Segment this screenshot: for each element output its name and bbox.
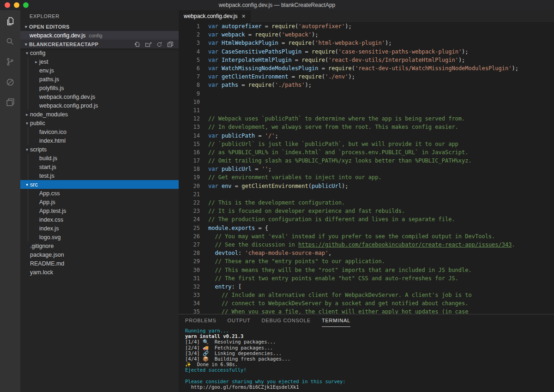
- tree-item-README.md[interactable]: README.md: [20, 259, 179, 268]
- line-number: 19: [179, 174, 200, 181]
- line-number: 21: [179, 191, 200, 198]
- line-number: 32: [179, 283, 200, 290]
- explorer-actions: [134, 41, 174, 48]
- tree-item-start.js[interactable]: start.js: [20, 163, 179, 171]
- tree-item-App.js[interactable]: App.js: [20, 198, 179, 206]
- tree-item-src[interactable]: ▾src: [20, 180, 179, 189]
- activity-extensions[interactable]: [0, 92, 20, 113]
- new-folder-icon[interactable]: [145, 41, 152, 48]
- activity-search[interactable]: [0, 31, 20, 52]
- window-controls: [5, 0, 29, 10]
- tree-item-paths.js[interactable]: paths.js: [20, 75, 179, 84]
- code-line-8: 8var paths = require('./paths');: [179, 81, 554, 89]
- vscode-window: webpack.config.dev.js — blankCreateReact…: [0, 0, 554, 392]
- tree-item-config[interactable]: ▾config: [20, 48, 179, 57]
- code-line-11: 11: [179, 106, 554, 115]
- chevron-down-icon: ▾: [23, 42, 29, 47]
- tree-item-index.html[interactable]: index.html: [20, 136, 179, 145]
- zoom-window-button[interactable]: [23, 2, 29, 8]
- tree-item-index.js[interactable]: index.js: [20, 224, 179, 233]
- tree-item-App.test.js[interactable]: App.test.js: [20, 206, 179, 215]
- tree-item-polyfills.js[interactable]: polyfills.js: [20, 84, 179, 92]
- code-editor[interactable]: 1var autoprefixer = require('autoprefixe…: [179, 22, 554, 314]
- tree-item-webpack.config.dev.js[interactable]: webpack.config.dev.js: [20, 92, 179, 101]
- new-file-icon[interactable]: [134, 41, 141, 48]
- line-number: 16: [179, 149, 200, 156]
- code-line-19: 19// Get environment variables to inject…: [179, 173, 554, 181]
- tree-item-build.js[interactable]: build.js: [20, 154, 179, 163]
- open-editors-label: OPEN EDITORS: [29, 24, 70, 30]
- terminal-output[interactable]: Running yarn...yarn install v0.21.3[1/4]…: [179, 327, 554, 392]
- activity-explorer[interactable]: [0, 11, 20, 31]
- line-number: 25: [179, 225, 200, 231]
- open-editor-file-label: webpack.config.dev.js: [30, 32, 85, 39]
- code-line-16: 16// as %PUBLIC_URL% in `index.html` and…: [179, 148, 554, 157]
- code-line-13: 13// In development, we always serve fro…: [179, 123, 554, 131]
- activity-source-control[interactable]: [0, 52, 20, 72]
- terminal-line: [1/4] 🔍 Resolving packages...: [185, 339, 554, 344]
- tree-item-label: start.js: [39, 164, 56, 170]
- terminal-line: [3/4] 🔗 Linking dependencies...: [185, 350, 554, 356]
- source-control-icon: [5, 57, 15, 67]
- tree-item-label: public: [30, 120, 45, 127]
- tab-webpack-config-dev-js[interactable]: webpack.config.dev.js ×: [179, 10, 251, 22]
- tree-item-scripts[interactable]: ▾scripts: [20, 145, 179, 154]
- code-line-21: 21: [179, 190, 554, 199]
- terminal-line: Running yarn...: [185, 328, 554, 333]
- tree-item-webpack.config.prod.js[interactable]: webpack.config.prod.js: [20, 101, 179, 110]
- tree-item-package.json[interactable]: package.json: [20, 250, 179, 259]
- extensions-icon: [5, 97, 15, 108]
- close-window-button[interactable]: [5, 2, 10, 8]
- minimize-window-button[interactable]: [14, 2, 19, 8]
- line-number: 3: [179, 40, 200, 46]
- tree-item-label: scripts: [30, 146, 47, 153]
- panel-tab-terminal[interactable]: TERMINAL: [322, 314, 350, 327]
- line-number: 13: [179, 124, 200, 130]
- collapse-all-icon[interactable]: [167, 41, 174, 48]
- tree-item-label: index.js: [39, 225, 59, 232]
- tree-item-index.css[interactable]: index.css: [20, 215, 179, 224]
- line-number: 14: [179, 133, 200, 139]
- tree-item-jest[interactable]: ▸jest: [20, 57, 179, 66]
- line-number: 29: [179, 258, 200, 265]
- tree-item-env.js[interactable]: env.js: [20, 66, 179, 75]
- line-number: 34: [179, 300, 200, 307]
- close-icon[interactable]: ×: [242, 13, 246, 19]
- open-editor-item[interactable]: webpack.config.dev.js config: [20, 31, 179, 40]
- line-number: 4: [179, 48, 200, 55]
- open-editors-header[interactable]: ▾ OPEN EDITORS: [20, 22, 179, 31]
- tree-item-label: README.md: [30, 260, 64, 267]
- tree-item-test.js[interactable]: test.js: [20, 171, 179, 180]
- line-number: 30: [179, 267, 200, 273]
- terminal-line: http://goo.gl/forms/Bi6CZjk1EqsdelXk1: [185, 384, 554, 390]
- tree-item-public[interactable]: ▾public: [20, 119, 179, 127]
- panel-tab-debug-console[interactable]: DEBUG CONSOLE: [262, 314, 311, 327]
- activity-bar: [0, 10, 20, 392]
- tree-item-label: node_modules: [30, 111, 68, 118]
- tree-item-label: src: [30, 181, 38, 188]
- code-line-1: 1var autoprefixer = require('autoprefixe…: [179, 22, 554, 30]
- tree-item-label: index.html: [39, 138, 66, 144]
- tree-item-label: index.css: [39, 217, 63, 223]
- code-line-15: 15// `publicUrl` is just like `publicPat…: [179, 140, 554, 148]
- sidebar: EXPLORER ▾ OPEN EDITORS webpack.config.d…: [20, 10, 179, 392]
- tree-item-logo.svg[interactable]: logo.svg: [20, 233, 179, 241]
- line-number: 5: [179, 57, 200, 63]
- tree-item-label: webpack.config.prod.js: [39, 103, 98, 109]
- activity-debug[interactable]: [0, 72, 20, 92]
- tree-item-node_modules[interactable]: ▸node_modules: [20, 110, 179, 119]
- panel-tab-output[interactable]: OUTPUT: [228, 314, 251, 327]
- workspace-header[interactable]: ▾ BLANKCREATEREACTAPP: [20, 40, 179, 48]
- panel-tab-problems[interactable]: PROBLEMS: [185, 314, 217, 327]
- code-line-33: 33 // Include an alternative client for …: [179, 291, 554, 299]
- tree-item-favicon.ico[interactable]: favicon.ico: [20, 127, 179, 136]
- tree-item-App.css[interactable]: App.css: [20, 189, 179, 198]
- tree-item-.gitignore[interactable]: .gitignore: [20, 241, 179, 250]
- refresh-icon[interactable]: [156, 41, 163, 48]
- tree-item-yarn.lock[interactable]: yarn.lock: [20, 268, 179, 277]
- tab-label: webpack.config.dev.js: [184, 13, 238, 19]
- line-number: 6: [179, 65, 200, 72]
- line-number: 17: [179, 157, 200, 164]
- code-line-30: 30 // This means they will be the "root"…: [179, 265, 554, 274]
- chevron-right-icon: ▸: [24, 112, 30, 117]
